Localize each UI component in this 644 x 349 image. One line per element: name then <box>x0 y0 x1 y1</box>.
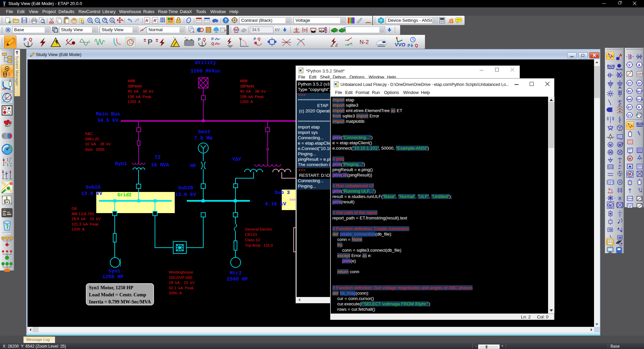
svg-text:81: 81 <box>628 90 631 93</box>
svg-text:A: A <box>638 63 640 67</box>
svg-text:Q: Q <box>415 43 418 48</box>
svg-text:+ -: + - <box>184 37 188 40</box>
svg-text:Q: Q <box>211 42 214 46</box>
svg-text:P: P <box>211 37 214 41</box>
svg-text:?: ? <box>225 18 227 23</box>
svg-text:32: 32 <box>638 82 641 85</box>
svg-text:P: P <box>408 43 410 48</box>
svg-text:BST: BST <box>637 90 643 93</box>
svg-text:A: A <box>145 18 148 22</box>
svg-text:21: 21 <box>628 114 631 117</box>
svg-text:P: P <box>254 37 256 41</box>
svg-text:Q: Q <box>29 37 32 42</box>
svg-text:V: V <box>628 63 631 67</box>
svg-text:Q: Q <box>258 37 261 41</box>
svg-text:P: P <box>23 37 26 42</box>
svg-text:M: M <box>609 204 611 207</box>
svg-text:BUS: BUS <box>607 64 615 68</box>
svg-text:M: M <box>629 157 631 160</box>
svg-text:+: + <box>2 169 3 172</box>
svg-text:P: P <box>198 37 201 42</box>
svg-text:MR: MR <box>628 98 632 101</box>
svg-text:Node: Node <box>616 68 623 71</box>
svg-text:BUS: BUS <box>636 122 643 126</box>
svg-text:OCR: OCR <box>637 98 643 101</box>
svg-text:A: A <box>153 18 156 22</box>
svg-text:N-2: N-2 <box>360 39 369 45</box>
svg-text:R: R <box>638 106 640 109</box>
svg-text:1: 1 <box>6 196 8 200</box>
svg-text:Q: Q <box>203 37 206 42</box>
svg-text:+ -: + - <box>173 37 176 39</box>
svg-text:VVO: VVO <box>395 42 406 47</box>
svg-text:M: M <box>628 172 631 176</box>
svg-text:M: M <box>609 143 612 147</box>
svg-text:±: ± <box>156 37 158 43</box>
svg-text:M: M <box>619 143 621 147</box>
svg-text:87: 87 <box>628 106 631 109</box>
svg-text:±: ± <box>144 37 146 43</box>
svg-text:P: P <box>148 38 153 46</box>
svg-text:CPT: CPT <box>637 72 644 76</box>
svg-text:27: 27 <box>628 82 631 85</box>
svg-text:79: 79 <box>608 228 612 232</box>
svg-text:S+1: S+1 <box>4 200 10 204</box>
